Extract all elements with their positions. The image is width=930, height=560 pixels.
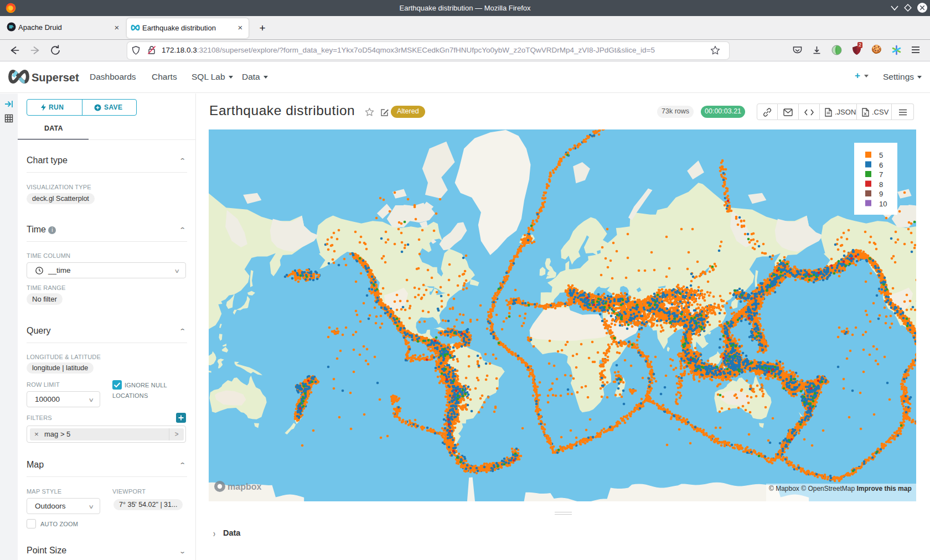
svg-text:10: 10	[879, 200, 887, 208]
svg-text:6: 6	[879, 161, 883, 169]
svg-text:8: 8	[879, 180, 883, 189]
svg-text:9: 9	[879, 190, 883, 198]
svg-text:7: 7	[879, 170, 883, 179]
svg-text:© Mapbox © OpenStreetMap Impro: © Mapbox © OpenStreetMap Improve this ma…	[769, 485, 912, 492]
svg-text:5: 5	[879, 151, 883, 159]
svg-text:mapbox: mapbox	[228, 482, 261, 491]
